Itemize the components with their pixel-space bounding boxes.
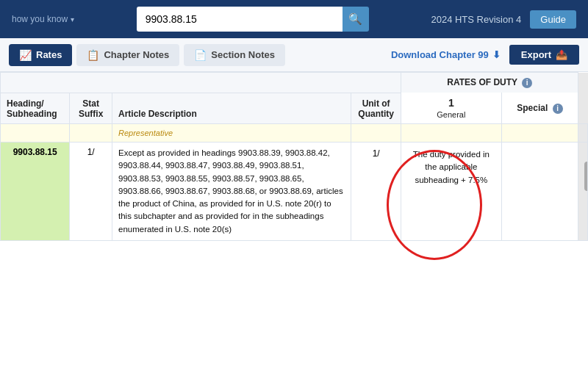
unit-col-header: Unit ofQuantity (351, 93, 401, 124)
yellow-general-cell (401, 124, 501, 142)
export-icon: 📤 (556, 49, 567, 60)
general-duty-value: The duty provided in the applicable subh… (413, 150, 490, 184)
scroll-data (578, 142, 588, 241)
search-icon: 🔍 (348, 12, 362, 26)
scroll-yellow (578, 124, 588, 142)
search-input[interactable] (137, 7, 343, 32)
tab-section-notes[interactable]: 📄 Section Notes (184, 44, 285, 66)
yellow-row: Representative (1, 124, 588, 142)
special-label: Special (517, 103, 548, 113)
yellow-heading-cell (1, 124, 70, 142)
stat-cell: 1/ (70, 142, 112, 241)
rates-info-icon[interactable]: i (522, 78, 532, 88)
rates-duty-header: RATES OF DUTY i (401, 73, 578, 93)
article-cell: Except as provided in headings 9903.88.3… (112, 142, 351, 241)
unit-value: 1/ (373, 148, 380, 159)
search-area: 🔍 (137, 7, 369, 32)
yellow-stat-cell (70, 124, 112, 142)
tabs-area: 📈 Rates 📋 Chapter Notes 📄 Section Notes (9, 44, 285, 66)
tab-rates[interactable]: 📈 Rates (9, 44, 72, 66)
breadcrumb: how you know ▾ (12, 14, 74, 24)
chapter-notes-icon: 📋 (87, 49, 99, 61)
search-button[interactable]: 🔍 (343, 7, 369, 32)
table-row: 9903.88.15 1/ Except as provided in head… (1, 142, 588, 241)
rates-label-text: RATES OF DUTY (447, 77, 517, 87)
heading-value: 9903.88.15 (13, 147, 57, 157)
heading-col-header: Heading/Subheading (1, 93, 70, 124)
revision-label: 2024 HTS Revision 4 (431, 14, 521, 25)
special-info-icon[interactable]: i (553, 104, 563, 114)
table-container: RATES OF DUTY i Heading/Subheading StatS… (0, 72, 588, 368)
yellow-text: Representative (118, 129, 173, 137)
scroll-header (578, 73, 588, 93)
section-notes-icon: 📄 (194, 49, 207, 61)
export-label: Export (521, 49, 551, 60)
col1-label: 1 (407, 97, 495, 109)
heading-cell: 9903.88.15 (1, 142, 70, 241)
article-text: Except as provided in headings 9903.88.3… (118, 147, 345, 236)
special-duty-cell (501, 142, 578, 241)
download-icon: ⬇ (492, 49, 501, 60)
special-sub-header: Special i (501, 93, 578, 124)
scroll-subheader (578, 93, 588, 124)
col-headers-area (1, 73, 401, 93)
general-sub-header: 1 General (401, 93, 501, 124)
stat-col-header: StatSuffix (70, 93, 112, 124)
section-notes-label: Section Notes (211, 49, 275, 60)
stat-value: 1/ (87, 147, 95, 157)
rates-icon: 📈 (19, 49, 32, 61)
chapter-notes-label: Chapter Notes (104, 49, 169, 60)
general-duty-cell: The duty provided in the applicable subh… (401, 142, 501, 241)
guide-button[interactable]: Guide (530, 10, 576, 29)
breadcrumb-text: how you know (12, 14, 68, 24)
yellow-unit-cell (351, 124, 401, 142)
unit-cell: 1/ (351, 142, 401, 241)
yellow-article-cell: Representative (112, 124, 351, 142)
sub-bar-right: Download Chapter 99 ⬇ Export 📤 (391, 45, 579, 65)
top-bar: how you know ▾ 🔍 2024 HTS Revision 4 Gui… (0, 0, 588, 38)
export-button[interactable]: Export 📤 (509, 45, 579, 65)
download-label: Download Chapter 99 (391, 49, 489, 60)
general-label: General (407, 110, 495, 119)
sub-bar: 📈 Rates 📋 Chapter Notes 📄 Section Notes … (0, 38, 588, 72)
tab-chapter-notes[interactable]: 📋 Chapter Notes (76, 44, 179, 66)
rates-label: Rates (36, 49, 62, 60)
article-col-header: Article Description (112, 93, 351, 124)
download-link[interactable]: Download Chapter 99 ⬇ (391, 49, 501, 60)
top-bar-right: 2024 HTS Revision 4 Guide (431, 10, 576, 29)
chevron-down-icon: ▾ (71, 15, 74, 24)
yellow-special-cell (501, 124, 578, 142)
